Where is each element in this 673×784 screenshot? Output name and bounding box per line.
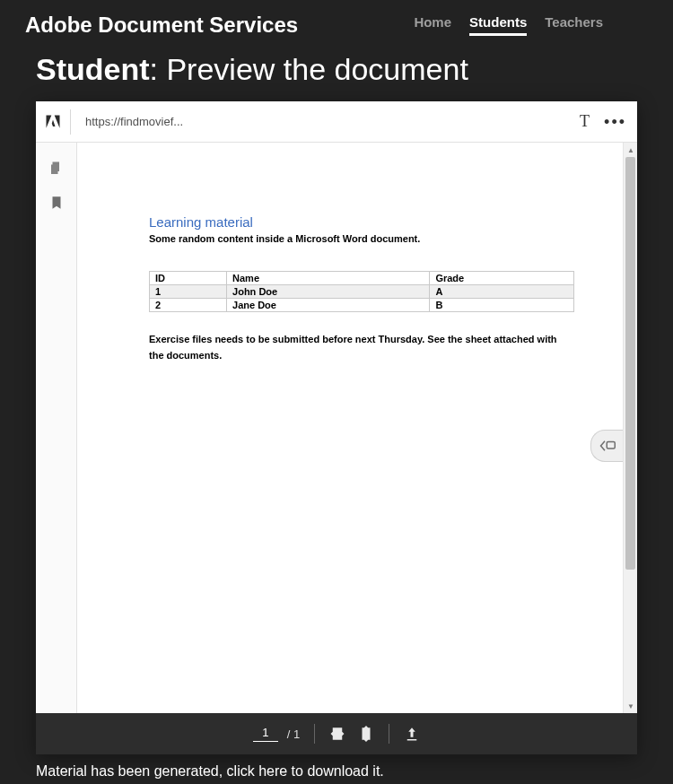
document-page: Learning material Some random content in… [77, 143, 637, 713]
table-row: 1 John Doe A [150, 285, 574, 299]
comment-panel-toggle[interactable] [590, 430, 623, 462]
top-nav-bar: Adobe Document Services Home Students Te… [0, 0, 673, 48]
nav-students[interactable]: Students [469, 14, 527, 36]
table-cell: 2 [150, 299, 227, 312]
text-tool-icon[interactable]: T [580, 112, 590, 131]
doc-heading: Learning material [149, 214, 574, 230]
table-header-row: ID Name Grade [150, 272, 574, 285]
doc-intro: Some random content inside a Microsoft W… [149, 233, 574, 244]
page-title-rest: : Preview the document [150, 52, 468, 86]
thumbnails-icon[interactable] [48, 161, 65, 177]
page-total: / 1 [287, 727, 300, 741]
scroll-down-icon[interactable]: ▼ [624, 699, 637, 713]
download-link[interactable]: Material has been generated, click here … [0, 754, 673, 784]
viewer-toolbar: https://findmovief... T ••• [36, 101, 637, 143]
main-nav: Home Students Teachers [414, 14, 603, 36]
page-hud: / 1 [36, 713, 637, 754]
toolbar-divider [70, 109, 71, 135]
upload-icon[interactable] [404, 726, 420, 742]
table-cell: John Doe [227, 285, 430, 299]
doc-footer-text: Exercise files needs to be submitted bef… [149, 332, 574, 363]
scrollbar[interactable]: ▲ ▼ [623, 143, 637, 713]
left-rail [36, 143, 77, 713]
nav-teachers[interactable]: Teachers [545, 14, 603, 36]
nav-home[interactable]: Home [414, 14, 451, 36]
pdf-viewer: https://findmovief... T ••• Learning mat… [36, 101, 637, 754]
hud-divider [314, 724, 315, 744]
doc-table: ID Name Grade 1 John Doe A 2 [149, 271, 574, 312]
table-header-cell: Grade [430, 272, 574, 285]
table-cell: B [430, 299, 574, 312]
table-cell: A [430, 285, 574, 299]
table-header-cell: Name [227, 272, 430, 285]
scrollbar-thumb[interactable] [625, 157, 635, 570]
table-header-cell: ID [150, 272, 227, 285]
adobe-logo-icon [43, 112, 63, 132]
document-scroll-area[interactable]: Learning material Some random content in… [77, 143, 637, 713]
fit-page-icon[interactable] [358, 726, 374, 742]
scroll-up-icon[interactable]: ▲ [624, 143, 637, 157]
table-cell: 1 [150, 285, 227, 299]
page-number-input[interactable] [253, 726, 278, 742]
table-cell: Jane Doe [227, 299, 430, 312]
table-row: 2 Jane Doe B [150, 299, 574, 312]
bookmark-icon[interactable] [48, 195, 65, 211]
page-title-bold: Student [36, 52, 150, 86]
document-url: https://findmovief... [85, 115, 183, 128]
viewer-body: Learning material Some random content in… [36, 143, 637, 713]
fit-width-icon[interactable] [329, 726, 345, 742]
page-title: Student: Preview the document [0, 48, 673, 101]
brand-title: Adobe Document Services [25, 13, 298, 38]
more-options-icon[interactable]: ••• [604, 114, 626, 130]
hud-divider [389, 724, 389, 744]
svg-rect-0 [607, 442, 615, 449]
